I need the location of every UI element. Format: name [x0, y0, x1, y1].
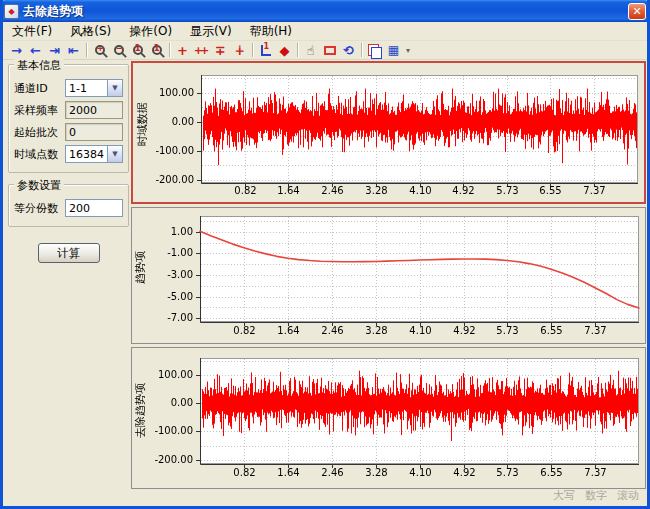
basic-info-group: 基本信息 通道ID 1-1 ▼ 采样频率 2000 起始批次 0 时域点数 16…	[8, 64, 129, 173]
nav-first-icon[interactable]: ⇤	[64, 42, 83, 59]
toolbar-separator	[252, 43, 253, 57]
nav-last-icon[interactable]: ⇥	[45, 42, 64, 59]
app-icon-glyph: ◆	[8, 7, 14, 16]
segment-count-row: 等分份数 200	[14, 199, 123, 217]
parameter-group-title: 参数设置	[14, 178, 64, 193]
sidebar: 基本信息 通道ID 1-1 ▼ 采样频率 2000 起始批次 0 时域点数 16…	[8, 64, 129, 263]
pan-hand-icon[interactable]: ☝	[301, 42, 320, 59]
point-count-select[interactable]: 16384 ▼	[65, 145, 123, 163]
chevron-down-icon[interactable]: ▼	[107, 80, 122, 96]
detrended-chart[interactable]: 去除趋势项	[131, 347, 646, 489]
status-num: 数字	[585, 488, 607, 503]
data-list-icon[interactable]: ▦	[384, 42, 403, 59]
menu-help[interactable]: 帮助(H)	[241, 22, 301, 41]
point-count-label: 时域点数	[14, 147, 65, 162]
cursor-upper-icon[interactable]: ∓	[211, 42, 230, 59]
trend-chart[interactable]: 趋势项	[131, 207, 646, 344]
start-batch-field: 0	[65, 123, 123, 141]
menu-view[interactable]: 显示(V)	[181, 22, 241, 41]
app-window: ◆ 去除趋势项 ✕ 文件(F) 风格(S) 操作(O) 显示(V) 帮助(H) …	[0, 0, 650, 509]
status-caps: 大写	[553, 488, 575, 503]
channel-id-label: 通道ID	[14, 81, 65, 96]
zoom-reset-y-mark: 1	[154, 43, 160, 53]
start-batch-row: 起始批次 0	[14, 123, 123, 141]
time-domain-chart[interactable]: 时域数据	[131, 61, 646, 204]
segment-count-label: 等分份数	[14, 201, 65, 216]
parameter-group: 参数设置 等分份数 200	[8, 184, 129, 227]
detrended-plot[interactable]	[132, 348, 645, 488]
status-scroll: 滚动	[617, 488, 639, 503]
nav-forward-icon[interactable]: →	[7, 42, 26, 59]
toolbar: → ← ⇥ ⇤ + − 1 1 + ++ ∓ ∔ 1 ◆ ☝ ⟲ ▦ ▾	[3, 41, 647, 60]
start-batch-label: 起始批次	[14, 125, 65, 140]
calculate-button[interactable]: 计算	[38, 243, 100, 263]
marker-diamond-icon[interactable]: ◆	[275, 42, 294, 59]
toolbar-separator	[361, 43, 362, 57]
menu-bar: 文件(F) 风格(S) 操作(O) 显示(V) 帮助(H)	[3, 22, 647, 41]
menu-file[interactable]: 文件(F)	[3, 22, 61, 41]
channel-id-row: 通道ID 1-1 ▼	[14, 79, 123, 97]
cursor-single-icon[interactable]: +	[173, 42, 192, 59]
zoom-reset-x-icon[interactable]: 1	[128, 42, 147, 59]
zoom-reset-y-icon[interactable]: 1	[147, 42, 166, 59]
sample-rate-row: 采样频率 2000	[14, 101, 123, 119]
time-domain-plot[interactable]	[133, 63, 644, 202]
toolbar-overflow-icon[interactable]: ▾	[403, 42, 413, 59]
area-select-icon[interactable]: ⟲	[339, 42, 358, 59]
trend-plot[interactable]	[132, 208, 645, 343]
zoom-in-icon[interactable]: +	[90, 42, 109, 59]
window-title: 去除趋势项	[23, 3, 628, 20]
zoom-reset-x-mark: 1	[135, 43, 141, 53]
copy-icon[interactable]	[365, 42, 384, 59]
point-count-value: 16384	[66, 146, 107, 162]
sample-rate-field: 2000	[65, 101, 123, 119]
zoom-in-mark: +	[97, 43, 103, 53]
menu-operate[interactable]: 操作(O)	[120, 22, 181, 41]
zoom-out-mark: −	[116, 43, 122, 53]
title-bar[interactable]: ◆ 去除趋势项 ✕	[0, 0, 650, 22]
nav-back-icon[interactable]: ←	[26, 42, 45, 59]
basic-info-group-title: 基本信息	[14, 58, 64, 73]
toolbar-separator	[297, 43, 298, 57]
zoom-out-icon[interactable]: −	[109, 42, 128, 59]
menu-style[interactable]: 风格(S)	[61, 22, 120, 41]
segment-count-input[interactable]: 200	[65, 199, 123, 217]
zoom-box-icon[interactable]	[320, 42, 339, 59]
toolbar-separator	[169, 43, 170, 57]
axis-scale-icon[interactable]: 1	[256, 42, 275, 59]
channel-id-value: 1-1	[66, 80, 107, 96]
close-button[interactable]: ✕	[628, 3, 646, 20]
axis-scale-mark: 1	[264, 42, 270, 51]
sample-rate-label: 采样频率	[14, 103, 65, 118]
point-count-row: 时域点数 16384 ▼	[14, 145, 123, 163]
cursor-double-icon[interactable]: ++	[192, 42, 211, 59]
chevron-down-icon[interactable]: ▼	[107, 146, 122, 162]
toolbar-separator	[86, 43, 87, 57]
channel-id-select[interactable]: 1-1 ▼	[65, 79, 123, 97]
cursor-lower-icon[interactable]: ∔	[230, 42, 249, 59]
app-icon: ◆	[4, 4, 19, 19]
status-bar: 大写 数字 滚动	[553, 488, 639, 503]
